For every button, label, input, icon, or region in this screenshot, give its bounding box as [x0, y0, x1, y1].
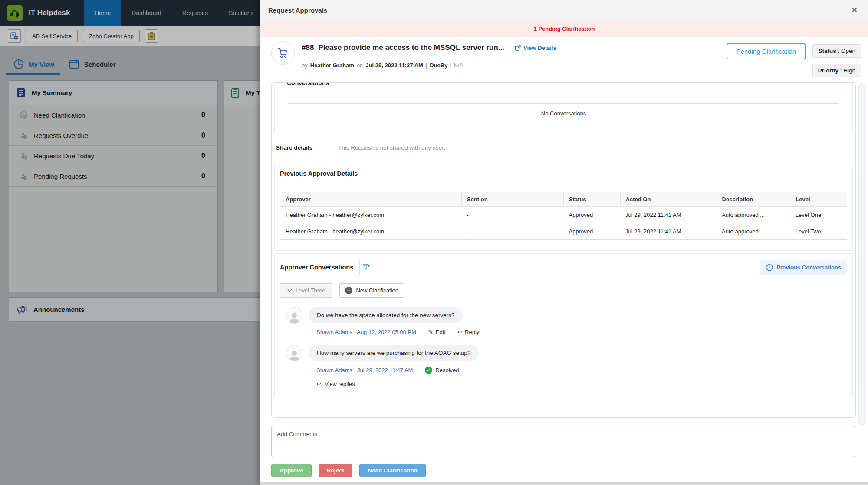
edit-icon: ✎ [428, 329, 433, 335]
reject-button[interactable]: Reject [319, 464, 353, 477]
conversations-divider [275, 91, 852, 91]
clarification-body: How many servers are we purchasing for t… [309, 345, 479, 387]
approval-actions: Approve Reject Need Clarification [271, 464, 426, 477]
conversations-title-text: Conversations [287, 83, 852, 86]
request-id: #88 [302, 43, 314, 52]
view-replies-link[interactable]: ↩ View replies [309, 381, 479, 387]
chevron-down-icon [287, 289, 292, 292]
cell-acted-on: Jul 29, 2022 11:41 AM [620, 223, 717, 240]
clarification-item: How many servers are we purchasing for t… [280, 345, 847, 387]
author-timestamp: Shawn Adams , Jul 29, 2022 11:47 AM [316, 367, 413, 374]
cell-level: Level One [790, 207, 847, 223]
status-separator: : [836, 48, 841, 54]
edit-link[interactable]: ✎ Edit [428, 329, 445, 335]
approvals-table: Approver Sent on Status Acted On Descrip… [280, 192, 847, 240]
col-description: Description [717, 192, 790, 207]
view-details-link[interactable]: View Details [515, 45, 556, 51]
approver-conversations-header: Approver Conversations [280, 259, 847, 275]
cell-description: Auto approved ... [717, 223, 790, 240]
previous-conversations-label: Previous Conversations [776, 264, 841, 271]
reply-link[interactable]: ↩ Reply [457, 329, 479, 335]
stage-pending-clarification-button[interactable]: Pending Clarification [727, 43, 806, 59]
clarification-message: How many servers are we purchasing for t… [309, 345, 479, 361]
view-details-label: View Details [523, 45, 556, 51]
cell-sent-on: - [461, 223, 563, 240]
clarification-body: Do we have the space allocated for the n… [309, 307, 479, 335]
cell-acted-on: Jul 29, 2022 11:41 AM [620, 207, 717, 223]
meta-separator: | [426, 62, 427, 69]
panel-title: Request Approvals [268, 0, 327, 20]
previous-approval-details-title: Previous Approval Details [275, 164, 852, 183]
clarification-message: Do we have the space allocated for the n… [309, 307, 463, 323]
approve-button[interactable]: Approve [271, 464, 312, 477]
created-time: Jul 29, 2022 11:37 AM [365, 62, 423, 69]
table-row: Heather Graham - heather@zylker.com - Ap… [280, 207, 847, 223]
cell-status: Approved [563, 223, 620, 240]
approvals-header-row: Approver Sent on Status Acted On Descrip… [280, 192, 847, 207]
history-clock-icon [766, 264, 773, 271]
scrollbar[interactable] [858, 83, 866, 425]
conversations-clipped-title: Conversations [275, 83, 852, 89]
panel-bottom-strip [260, 482, 868, 485]
col-approver: Approver [280, 192, 462, 207]
resolved-badge: ✓ Resolved [425, 367, 459, 374]
status-badge: Status : Open [812, 44, 861, 58]
request-approvals-panel: Request Approvals ✕ 1 Pending Clarificat… [260, 0, 868, 485]
requester-name: Heather Graham [310, 62, 354, 69]
level-select-label: Level Three [296, 287, 325, 294]
conversations-section: Conversations No Conversations [274, 83, 853, 133]
cell-description: Auto approved ... [717, 207, 790, 223]
status-value: Open [841, 48, 855, 54]
edit-label: Edit [436, 329, 445, 335]
approver-conversations-title: Approver Conversations [280, 264, 353, 271]
table-row: Heather Graham - heather@zylker.com - Ap… [280, 223, 847, 240]
share-details-label: Share details [276, 144, 335, 151]
share-details-text: - This Request is not shared with any us… [335, 144, 445, 151]
check-circle-icon: ✓ [425, 367, 432, 374]
avatar [286, 345, 302, 361]
filter-button[interactable] [359, 259, 373, 275]
reply-icon: ↩ [457, 329, 462, 335]
request-title-row: #88 Please provide me access to the MSSQ… [302, 43, 556, 52]
dueby-label: DueBy : [430, 62, 451, 69]
previous-conversations-link[interactable]: Previous Conversations [760, 260, 847, 275]
new-clarification-button[interactable]: + New Clarification [339, 283, 404, 298]
share-details-row: Share details - This Request is not shar… [276, 144, 855, 151]
author-timestamp: Shawn Adams , Aug 12, 2022 05:08 PM [316, 329, 416, 335]
col-sent-on: Sent on [461, 192, 563, 207]
dueby-value: N/A [454, 62, 463, 69]
details-scroll-area[interactable]: Conversations No Conversations Share det… [271, 82, 856, 418]
cell-approver: Heather Graham - heather@zylker.com [280, 223, 462, 240]
approver-conversation-controls: Level Three + New Clarification [280, 283, 847, 298]
level-select-dropdown[interactable]: Level Three [280, 283, 332, 298]
cart-icon [276, 46, 289, 59]
cell-level: Level Two [790, 223, 847, 240]
previous-approval-details-section: Previous Approval Details Approver Sent … [274, 164, 853, 251]
cell-status: Approved [563, 207, 620, 223]
approver-conversations-section: Approver Conversations [274, 253, 853, 399]
need-clarification-button[interactable]: Need Clarification [359, 464, 426, 477]
status-label: Status [818, 48, 836, 54]
priority-label: Priority [818, 67, 838, 74]
request-title: Please provide me access to the MSSQL se… [318, 43, 504, 52]
by-label: by [302, 62, 308, 69]
no-conversations-box: No Conversations [288, 103, 839, 123]
panel-header: Request Approvals ✕ [260, 0, 868, 20]
person-icon [288, 349, 301, 361]
reply-label: Reply [465, 329, 479, 335]
request-category-avatar [271, 41, 295, 65]
request-header: #88 Please provide me access to the MSSQ… [260, 37, 868, 82]
filter-funnel-icon [362, 263, 370, 272]
app-root: IT Helpdesk Home Dashboard Requests Solu… [0, 0, 868, 485]
person-icon [288, 311, 301, 323]
close-icon[interactable]: ✕ [852, 0, 858, 20]
comment-box [271, 426, 855, 457]
reply-icon: ↩ [316, 381, 321, 387]
priority-separator: : [838, 67, 843, 74]
col-status: Status [563, 192, 620, 207]
request-meta: by Heather Graham on Jul 29, 2022 11:37 … [302, 62, 463, 69]
add-comments-input[interactable] [271, 426, 855, 457]
on-label: on [357, 62, 363, 69]
clarification-item: Do we have the space allocated for the n… [280, 307, 847, 335]
resolved-label: Resolved [435, 367, 459, 374]
